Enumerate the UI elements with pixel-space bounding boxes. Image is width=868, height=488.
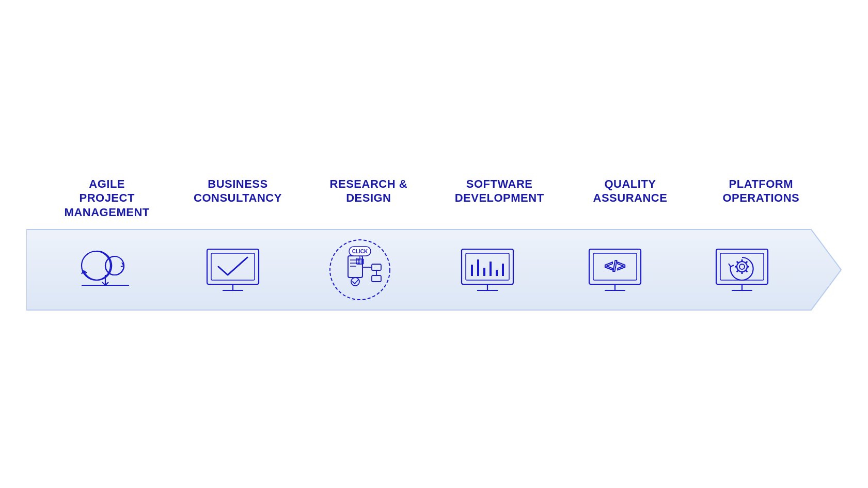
- icon-research: CLICK: [296, 236, 424, 303]
- label-business: BUSINESSCONSULTANCY: [172, 177, 303, 220]
- label-platform: PLATFORMOPERATIONS: [696, 177, 826, 220]
- svg-rect-25: [462, 249, 513, 284]
- icon-agile: [42, 239, 169, 301]
- svg-point-42: [737, 262, 747, 272]
- svg-line-48: [737, 262, 738, 263]
- label-software: SOFTWAREDEVELOPMENT: [434, 177, 564, 220]
- icon-platform: [678, 239, 806, 301]
- svg-rect-41: [720, 253, 764, 280]
- svg-text:CLICK: CLICK: [352, 249, 368, 254]
- icon-business: [169, 239, 296, 301]
- svg-line-50: [746, 262, 748, 263]
- svg-line-51: [737, 271, 738, 272]
- svg-point-1: [82, 251, 111, 280]
- arrow-banner: CLICK: [26, 229, 842, 311]
- labels-row: AGILEPROJECTMANAGEMENT BUSINESSCONSULTAN…: [26, 177, 842, 220]
- label-quality: QUALITYASSURANCE: [565, 177, 696, 220]
- icons-row: CLICK: [26, 236, 822, 303]
- icon-software: [424, 239, 551, 301]
- label-research: RESEARCH &DESIGN: [303, 177, 434, 220]
- svg-line-49: [746, 271, 748, 272]
- svg-rect-15: [372, 264, 381, 270]
- svg-rect-17: [372, 275, 381, 282]
- svg-rect-5: [207, 249, 259, 284]
- svg-rect-40: [716, 249, 768, 284]
- icon-quality: </>: [551, 239, 678, 301]
- label-agile: AGILEPROJECTMANAGEMENT: [42, 177, 172, 220]
- svg-text:</>: </>: [604, 258, 625, 274]
- main-container: AGILEPROJECTMANAGEMENT BUSINESSCONSULTAN…: [26, 177, 842, 312]
- svg-point-43: [739, 264, 745, 269]
